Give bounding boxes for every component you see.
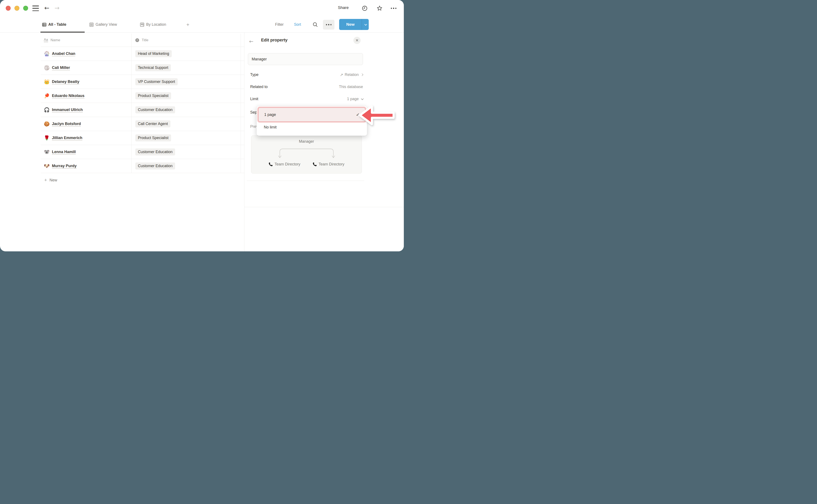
page-name-link[interactable]: Jillian Emmerich	[52, 136, 82, 140]
panel-close-icon[interactable]: ✕	[353, 37, 360, 44]
title-value[interactable]: VP Customer Support	[135, 78, 178, 85]
panel-title: Edit property	[261, 38, 287, 43]
field-label-type: Type	[250, 73, 258, 77]
page-name-link[interactable]: Murray Purdy	[52, 164, 77, 168]
title-value[interactable]: Product Specialist	[135, 134, 171, 141]
tab-label: All - Table	[48, 22, 66, 27]
phone-icon: 📞	[313, 162, 317, 166]
page-emoji: 🎡	[44, 51, 49, 57]
field-label-separate-clipped: Sep	[250, 110, 257, 115]
chevron-down-icon	[364, 23, 367, 26]
tab-label: By Location	[146, 22, 166, 27]
table-row[interactable]: 🎧Immanuel Ullrich Customer Education	[41, 103, 244, 117]
forward-arrow-icon: →	[53, 4, 61, 12]
back-arrow-icon[interactable]: ←	[43, 4, 51, 12]
close-window-button[interactable]	[6, 6, 11, 11]
screenshot-stage: ← → Share All - Table	[0, 0, 408, 252]
add-view-button[interactable]: +	[186, 17, 189, 33]
field-value-type[interactable]: ↗ Relation	[293, 73, 363, 77]
app-window: ← → Share All - Table	[0, 0, 404, 251]
page-name-link[interactable]: Eduardo Nikolaus	[52, 94, 84, 98]
option-label: 1 page	[264, 112, 356, 117]
title-value[interactable]: Call Center Agent	[135, 120, 170, 127]
limit-option-no-limit[interactable]: No limit	[264, 125, 276, 130]
table-row[interactable]: 🍪Jaclyn Botsford Call Center Agent	[41, 117, 244, 131]
board-view-icon	[140, 23, 144, 27]
window-topbar: ← → Share	[0, 0, 404, 17]
tab-by-location[interactable]: By Location	[140, 17, 166, 33]
view-tabbar: All - Table Gallery View By Location + F…	[0, 17, 404, 33]
page-name-link[interactable]: Jaclyn Botsford	[52, 122, 81, 126]
favorite-star-icon[interactable]	[376, 5, 383, 12]
table-row[interactable]: 🐶Murray Purdy Customer Education	[41, 159, 244, 173]
page-emoji: 🏓	[44, 93, 49, 99]
panel-back-icon[interactable]: ←	[249, 38, 253, 44]
page-name-link[interactable]: Anabel Chan	[52, 51, 75, 56]
field-value-related-to[interactable]: This database	[293, 85, 363, 89]
tab-all-table[interactable]: All - Table	[42, 17, 66, 33]
column-divider[interactable]	[131, 34, 132, 173]
page-name-link[interactable]: Lenna Hamill	[52, 150, 76, 154]
relation-branch-lines	[277, 146, 336, 160]
property-name-input[interactable]: Manager	[248, 53, 363, 65]
field-label-related-to: Related to	[250, 85, 268, 89]
new-row-button[interactable]: + New	[41, 173, 244, 187]
page-name-link[interactable]: Delaney Beatty	[52, 80, 79, 84]
table-row[interactable]: 🏓Eduardo Nikolaus Product Specialist	[41, 89, 244, 103]
sidebar-menu-icon[interactable]	[32, 6, 39, 11]
title-value[interactable]: Head of Marketing	[135, 50, 172, 57]
table-row[interactable]: 🐨Lenna Hamill Customer Education	[41, 145, 244, 159]
relation-arrow-icon: ↗	[340, 73, 343, 77]
title-value[interactable]: Product Specialist	[135, 92, 171, 99]
column-label: Title	[142, 38, 148, 42]
page-emoji: 🐨	[44, 149, 49, 155]
filter-button[interactable]: Filter	[275, 17, 283, 33]
minimize-window-button[interactable]	[14, 6, 19, 11]
limit-option-1-page[interactable]: 1 page ✓	[258, 107, 365, 122]
column-header-title[interactable]: ▼ Title	[131, 38, 244, 42]
page-emoji: 🐶	[44, 163, 49, 169]
chevron-down-icon	[361, 97, 364, 100]
active-tab-underline	[40, 32, 85, 33]
select-property-icon: ▼	[135, 38, 139, 42]
table-row[interactable]: 🎡Anabel Chan Head of Marketing	[41, 47, 244, 61]
page-emoji: 🌹	[44, 135, 49, 141]
page-emoji: 👑	[44, 79, 49, 85]
share-button[interactable]: Share	[338, 5, 349, 10]
plus-icon: +	[44, 177, 47, 183]
new-button[interactable]: New	[339, 19, 362, 30]
updates-clock-icon[interactable]	[361, 5, 368, 12]
sort-button[interactable]: Sort	[294, 17, 301, 33]
new-dropdown-button[interactable]	[362, 19, 369, 30]
preview-root-label: Manager	[251, 139, 362, 144]
title-value[interactable]: Customer Education	[135, 106, 175, 113]
tab-gallery-view[interactable]: Gallery View	[89, 17, 117, 33]
zoom-window-button[interactable]	[23, 6, 28, 11]
chevron-right-icon	[360, 73, 363, 76]
search-icon[interactable]	[311, 21, 319, 28]
table-row[interactable]: 🌹Jillian Emmerich Product Specialist	[41, 131, 244, 145]
new-button-group: New	[339, 19, 369, 30]
page-emoji: 🍪	[44, 121, 49, 127]
related-page-label: Team Directory	[318, 162, 344, 167]
traffic-lights	[6, 6, 28, 11]
page-name-link[interactable]: Cali Miller	[52, 65, 70, 70]
page-name-link[interactable]: Immanuel Ullrich	[52, 108, 83, 112]
gallery-view-icon	[89, 23, 94, 27]
table-row[interactable]: 🏐Cali Miller Technical Support	[41, 61, 244, 75]
relation-preview-card: Manager 📞 Team Directory 📞 Team Director…	[251, 135, 362, 174]
title-property-icon: Aa	[44, 38, 48, 42]
page-emoji: 🏐	[44, 65, 49, 71]
title-value[interactable]: Customer Education	[135, 162, 175, 169]
column-header-name[interactable]: Aa Name	[41, 38, 131, 42]
new-row-label: New	[50, 178, 57, 182]
related-page-item: 📞 Team Directory	[313, 162, 344, 167]
ellipsis-icon	[326, 24, 332, 25]
view-options-button[interactable]	[323, 20, 334, 30]
more-options-icon[interactable]	[390, 5, 397, 12]
field-value-limit[interactable]: 1 page	[293, 97, 363, 101]
title-value[interactable]: Technical Support	[135, 64, 171, 71]
database-table: Aa Name ▼ Title 🎡Anabel Chan Head of Mar…	[41, 34, 244, 187]
title-value[interactable]: Customer Education	[135, 148, 175, 155]
table-row[interactable]: 👑Delaney Beatty VP Customer Support	[41, 75, 244, 89]
